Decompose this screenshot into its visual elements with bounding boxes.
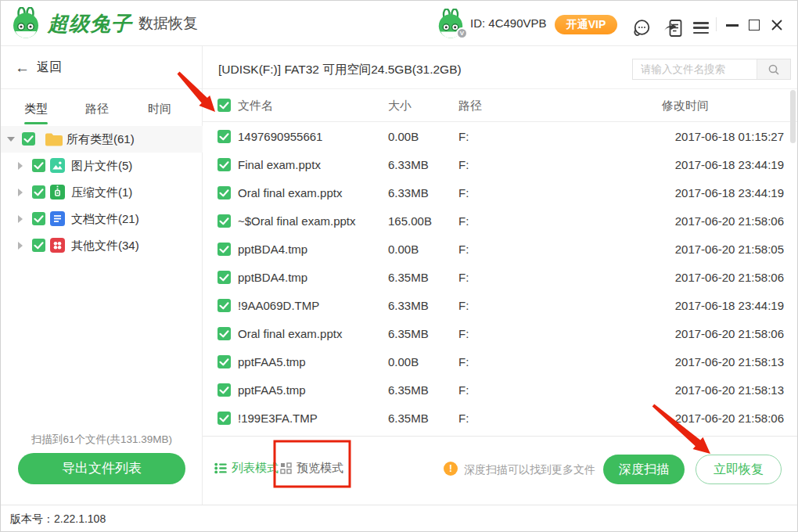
file-mtime-cell: 2017-06-20 21:58:06: [675, 207, 784, 235]
open-vip-button[interactable]: 开通VIP: [555, 15, 617, 34]
row-checkbox[interactable]: [217, 130, 231, 143]
preview-mode-toggle[interactable]: 预览模式: [280, 461, 343, 476]
search-icon: [767, 63, 780, 76]
caret-right-icon[interactable]: [18, 215, 23, 223]
file-size-cell: 6.33MB: [388, 179, 429, 207]
customer-service-icon[interactable]: [631, 18, 652, 41]
folder-icon: [45, 132, 63, 150]
file-path-cell: F:: [458, 292, 469, 320]
back-button[interactable]: ← 返回: [1, 46, 202, 89]
search-input[interactable]: [633, 59, 757, 79]
tree-item-archive-files[interactable]: 压缩文件(1): [1, 179, 203, 206]
tree-checkbox[interactable]: [32, 239, 45, 252]
search-box: [632, 59, 791, 80]
select-all-checkbox[interactable]: [217, 99, 231, 112]
file-mtime-cell: 2017-06-20 21:58:06: [675, 320, 784, 348]
feedback-icon[interactable]: [663, 19, 683, 41]
scrollbar-thumb[interactable]: [790, 90, 796, 143]
row-checkbox[interactable]: [217, 186, 231, 200]
file-mtime-cell: 2017-06-20 21:58:13: [675, 348, 784, 376]
hamburger-menu-icon[interactable]: [693, 22, 709, 37]
file-name-cell: pptFAA5.tmp: [238, 348, 306, 376]
table-row[interactable]: Final exam.pptx6.33MBF:2017-06-18 23:44:…: [203, 151, 798, 179]
back-arrow-icon: ←: [15, 60, 30, 75]
tree-checkbox[interactable]: [32, 212, 45, 225]
row-checkbox[interactable]: [217, 327, 231, 340]
file-mtime-cell: 2017-06-20 21:58:06: [675, 264, 784, 292]
file-mtime-cell: 2017-06-18 01:15:27: [675, 123, 784, 151]
image-file-icon: [50, 158, 65, 176]
file-path-cell: F:: [458, 235, 469, 264]
file-size-cell: 6.35MB: [388, 320, 429, 348]
row-checkbox[interactable]: [217, 383, 231, 397]
minimize-button[interactable]: [726, 24, 739, 27]
tab-path[interactable]: 路径: [85, 102, 109, 117]
row-checkbox[interactable]: [217, 299, 231, 312]
table-row[interactable]: !199E3FA.TMP6.35MBF:2017-06-20 21:58:06: [203, 404, 798, 433]
tree-item-image-files[interactable]: 图片文件(5): [1, 153, 203, 179]
recover-now-button[interactable]: 立即恢复: [696, 455, 782, 484]
file-name-cell: ~$Oral final exam.pptx: [238, 207, 356, 235]
file-table-body: 14976909556610.00BF:2017-06-18 01:15:27F…: [203, 123, 798, 436]
file-table-header: 文件名 大小 路径 修改时间: [203, 89, 798, 122]
table-row[interactable]: pptBDA4.tmp6.35MBF:2017-06-20 21:58:06: [203, 264, 798, 292]
tab-type[interactable]: 类型: [24, 102, 48, 117]
row-checkbox[interactable]: [217, 243, 231, 256]
table-row[interactable]: pptFAA5.tmp0.00BF:2017-06-20 21:58:13: [203, 348, 798, 376]
sidebar: ← 返回 类型 路径 时间 所有类型(61): [1, 46, 203, 505]
user-id-label: ID: 4C490VPB: [470, 1, 547, 46]
caret-right-icon[interactable]: [18, 242, 23, 250]
tree-item-document-files[interactable]: 文档文件(21): [1, 206, 203, 232]
tab-time[interactable]: 时间: [148, 102, 171, 117]
file-size-cell: 0.00B: [388, 123, 419, 151]
file-path-cell: F:: [458, 151, 469, 179]
file-name-cell: Oral final exam.pptx: [238, 179, 342, 207]
file-name-cell: !9AA069D.TMP: [238, 292, 319, 320]
tree-checkbox[interactable]: [32, 185, 45, 199]
app-logo-rabbit-icon: [10, 7, 41, 38]
search-button[interactable]: [757, 59, 790, 79]
caret-down-icon[interactable]: [7, 137, 15, 142]
file-mtime-cell: 2017-06-20 21:58:06: [675, 404, 784, 433]
row-checkbox[interactable]: [217, 412, 231, 425]
table-row[interactable]: !9AA069D.TMP6.33MBF:2017-06-18 23:44:19: [203, 292, 798, 320]
deep-scan-button[interactable]: 深度扫描: [603, 455, 685, 484]
file-path-cell: F:: [458, 264, 469, 292]
file-name-cell: Final exam.pptx: [238, 151, 321, 179]
column-header-path: 路径: [458, 89, 482, 122]
caret-right-icon[interactable]: [18, 162, 23, 170]
file-size-cell: 6.35MB: [388, 376, 429, 404]
volume-info-label: [UDISK(F:)] FAT32 可用空间24.5GB(31.2GB): [218, 62, 462, 78]
export-file-list-button[interactable]: 导出文件列表: [18, 453, 185, 484]
table-row[interactable]: 14976909556610.00BF:2017-06-18 01:15:27: [203, 123, 798, 151]
row-checkbox[interactable]: [217, 355, 231, 368]
table-row[interactable]: pptFAA5.tmp6.35MBF:2017-06-20 21:58:13: [203, 376, 798, 404]
scan-summary-label: 扫描到61个文件(共131.39MB): [1, 433, 203, 447]
title-bar: 超级兔子 数据恢复 V ID: 4C490VPB 开通VIP: [1, 1, 797, 46]
row-checkbox[interactable]: [217, 158, 231, 171]
tree-checkbox[interactable]: [32, 159, 45, 172]
file-name-cell: pptBDA4.tmp: [238, 235, 307, 264]
column-header-mtime: 修改时间: [662, 89, 709, 122]
document-file-icon: [50, 211, 65, 229]
table-row[interactable]: Oral final exam.pptx6.35MBF:2017-06-20 2…: [203, 320, 798, 348]
tree-item-all-types[interactable]: 所有类型(61): [1, 126, 203, 153]
file-size-cell: 6.33MB: [388, 292, 429, 320]
table-row[interactable]: ~$Oral final exam.pptx165.00BF:2017-06-2…: [203, 207, 798, 235]
list-mode-toggle[interactable]: 列表模式: [214, 461, 279, 476]
file-mtime-cell: 2017-06-20 21:58:13: [675, 376, 784, 404]
file-path-cell: F:: [458, 348, 469, 376]
close-button[interactable]: [771, 19, 783, 31]
table-row[interactable]: Oral final exam.pptx6.33MBF:2017-06-18 2…: [203, 179, 798, 207]
user-avatar[interactable]: V: [436, 9, 466, 38]
row-checkbox[interactable]: [217, 214, 231, 228]
caret-right-icon[interactable]: [18, 189, 23, 196]
row-checkbox[interactable]: [217, 271, 231, 284]
table-row[interactable]: pptBDA4.tmp0.00BF:2017-06-20 21:58:05: [203, 235, 798, 264]
titlebar-divider: [716, 17, 717, 31]
maximize-button[interactable]: [749, 20, 760, 31]
tree-checkbox[interactable]: [22, 132, 35, 146]
action-bar: 列表模式 预览模式 ! 深度扫描可以找到更多文件 深度扫描 立即恢复: [203, 436, 798, 505]
sidebar-tabs: 类型 路径 时间: [1, 89, 202, 126]
tree-item-other-files[interactable]: 其他文件(34): [1, 232, 203, 259]
